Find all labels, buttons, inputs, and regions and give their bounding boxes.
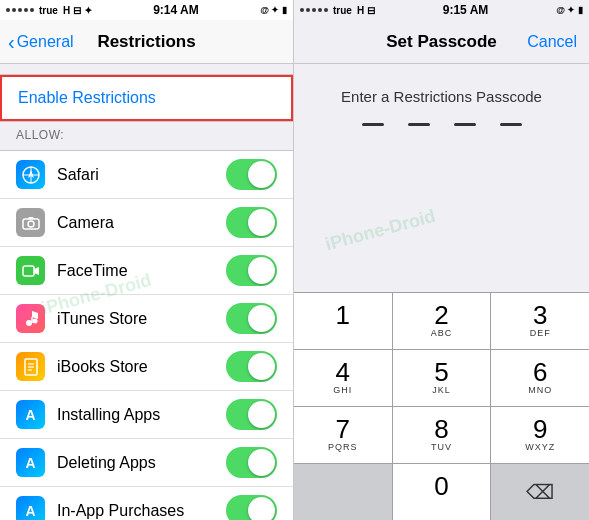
svg-point-8 bbox=[26, 320, 32, 326]
left-battery-icons: @ ✦ ▮ bbox=[260, 5, 287, 15]
right-time: 9:15 AM bbox=[443, 3, 489, 17]
left-nav-title: Restrictions bbox=[97, 32, 195, 52]
camera-toggle[interactable] bbox=[226, 207, 277, 238]
deleting-label: Deleting Apps bbox=[57, 454, 226, 472]
right-battery-icons: @ ✦ ▮ bbox=[556, 5, 583, 15]
list-item-camera[interactable]: Camera bbox=[0, 199, 293, 247]
enable-restrictions-label: Enable Restrictions bbox=[18, 89, 156, 106]
ibooks-icon bbox=[16, 352, 45, 381]
passcode-dash-1 bbox=[362, 123, 384, 126]
camera-icon bbox=[16, 208, 45, 237]
key-2[interactable]: 2ABC bbox=[393, 293, 491, 349]
inapp-label: In-App Purchases bbox=[57, 502, 226, 520]
right-status-right: @ ✦ ▮ bbox=[556, 5, 583, 15]
key-1[interactable]: 1 bbox=[294, 293, 392, 349]
passcode-instruction: Enter a Restrictions Passcode bbox=[341, 88, 542, 105]
right-panel: true H ⊟ 9:15 AM @ ✦ ▮ Set Passcode Canc… bbox=[294, 0, 589, 520]
installing-toggle[interactable] bbox=[226, 399, 277, 430]
deleting-icon: A bbox=[16, 448, 45, 477]
left-content: Enable Restrictions ALLOW: Safari Camera bbox=[0, 64, 293, 520]
key-5[interactable]: 5JKL bbox=[393, 350, 491, 406]
itunes-label: iTunes Store bbox=[57, 310, 226, 328]
ibooks-label: iBooks Store bbox=[57, 358, 226, 376]
left-back-chevron-icon: ‹ bbox=[8, 32, 15, 52]
enable-section: Enable Restrictions bbox=[0, 74, 293, 122]
key-8[interactable]: 8TUV bbox=[393, 407, 491, 463]
key-9[interactable]: 9WXYZ bbox=[491, 407, 589, 463]
allow-section-header: ALLOW: bbox=[0, 122, 293, 146]
enable-restrictions-row[interactable]: Enable Restrictions bbox=[0, 75, 293, 121]
left-back-button[interactable]: ‹ General bbox=[8, 32, 74, 52]
left-carrier: true bbox=[39, 5, 58, 16]
itunes-toggle[interactable] bbox=[226, 303, 277, 334]
key-3[interactable]: 3DEF bbox=[491, 293, 589, 349]
left-nav-bar: ‹ General Restrictions bbox=[0, 20, 293, 64]
key-4[interactable]: 4GHI bbox=[294, 350, 392, 406]
list-item-inapp[interactable]: A In-App Purchases bbox=[0, 487, 293, 520]
right-nav-title: Set Passcode bbox=[386, 32, 497, 52]
inapp-icon: A bbox=[16, 496, 45, 520]
key-7[interactable]: 7PQRS bbox=[294, 407, 392, 463]
list-item-itunes[interactable]: iTunes Store bbox=[0, 295, 293, 343]
list-item-deleting[interactable]: A Deleting Apps bbox=[0, 439, 293, 487]
delete-icon: ⌫ bbox=[526, 480, 554, 504]
passcode-content: Enter a Restrictions Passcode bbox=[294, 64, 589, 292]
svg-rect-6 bbox=[23, 266, 34, 276]
right-status-bar: true H ⊟ 9:15 AM @ ✦ ▮ bbox=[294, 0, 589, 20]
itunes-icon bbox=[16, 304, 45, 333]
right-status-left: true H ⊟ bbox=[300, 5, 375, 16]
safari-toggle[interactable] bbox=[226, 159, 277, 190]
list-item-safari[interactable]: Safari bbox=[0, 151, 293, 199]
svg-point-5 bbox=[28, 221, 34, 227]
list-item-installing[interactable]: A Installing Apps bbox=[0, 391, 293, 439]
installing-icon: A bbox=[16, 400, 45, 429]
left-time: 9:14 AM bbox=[153, 3, 199, 17]
right-nav-bar: Set Passcode Cancel bbox=[294, 20, 589, 64]
camera-label: Camera bbox=[57, 214, 226, 232]
facetime-toggle[interactable] bbox=[226, 255, 277, 286]
facetime-label: FaceTime bbox=[57, 262, 226, 280]
key-6[interactable]: 6MNO bbox=[491, 350, 589, 406]
list-item-facetime[interactable]: FaceTime bbox=[0, 247, 293, 295]
deleting-toggle[interactable] bbox=[226, 447, 277, 478]
left-status-bar: true H ⊟ ✦ 9:14 AM @ ✦ ▮ bbox=[0, 0, 293, 20]
installing-label: Installing Apps bbox=[57, 406, 226, 424]
keypad: 1 2ABC 3DEF 4GHI 5JKL 6MNO 7PQRS 8TUV 9W… bbox=[294, 292, 589, 521]
left-signal-icons: H ⊟ ✦ bbox=[63, 5, 92, 16]
key-0[interactable]: 0 bbox=[393, 464, 491, 520]
left-panel: true H ⊟ ✦ 9:14 AM @ ✦ ▮ ‹ General Restr… bbox=[0, 0, 294, 520]
passcode-dots bbox=[362, 123, 522, 126]
facetime-icon bbox=[16, 256, 45, 285]
passcode-dash-3 bbox=[454, 123, 476, 126]
left-status-right: @ ✦ ▮ bbox=[260, 5, 287, 15]
passcode-dash-4 bbox=[500, 123, 522, 126]
right-cancel-button[interactable]: Cancel bbox=[527, 33, 577, 51]
passcode-dash-2 bbox=[408, 123, 430, 126]
svg-point-9 bbox=[32, 318, 37, 323]
left-back-label: General bbox=[17, 33, 74, 51]
safari-icon bbox=[16, 160, 45, 189]
key-delete-button[interactable]: ⌫ bbox=[491, 464, 589, 520]
left-status-left: true H ⊟ ✦ bbox=[6, 5, 92, 16]
allow-list: Safari Camera FaceTime bbox=[0, 150, 293, 520]
safari-label: Safari bbox=[57, 166, 226, 184]
right-carrier: true bbox=[333, 5, 352, 16]
key-empty bbox=[294, 464, 392, 520]
list-item-ibooks[interactable]: iBooks Store bbox=[0, 343, 293, 391]
ibooks-toggle[interactable] bbox=[226, 351, 277, 382]
right-signal-icons: H ⊟ bbox=[357, 5, 375, 16]
inapp-toggle[interactable] bbox=[226, 495, 277, 520]
